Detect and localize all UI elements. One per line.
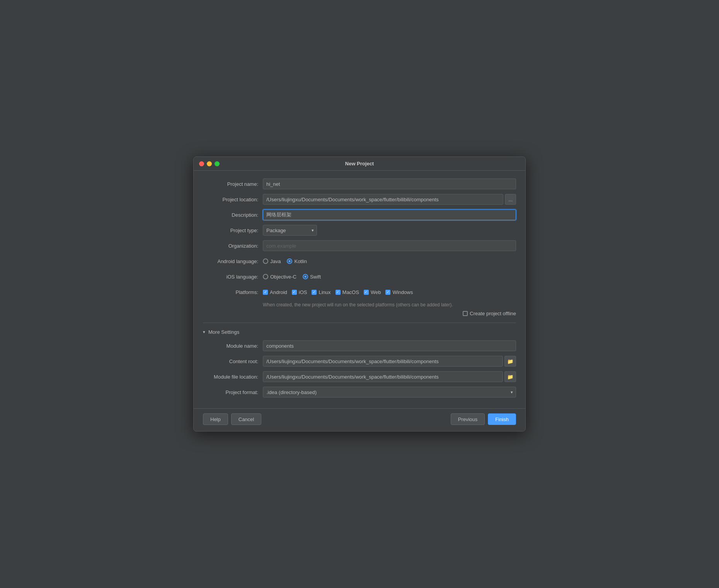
organization-input[interactable] [263,240,516,251]
project-location-label: Project location: [203,197,263,202]
organization-row: Organization: [203,240,516,251]
android-language-group: Java Kotlin [263,258,516,264]
maximize-button[interactable] [215,161,220,166]
help-button[interactable]: Help [203,413,228,425]
project-format-row: Project format: .idea (directory-based) … [203,387,516,398]
project-type-select[interactable]: Package Application Library [263,225,317,236]
ios-swift-label: Swift [310,274,321,280]
content-root-row: Content root: 📁 [203,356,516,367]
location-row: ... [263,194,516,205]
ios-language-label: iOS language: [203,274,263,280]
module-file-browse-button[interactable]: 📁 [504,371,516,382]
close-button[interactable] [199,161,204,166]
content-root-browse-button[interactable]: 📁 [504,356,516,367]
organization-label: Organization: [203,243,263,249]
platform-android-checkbox[interactable] [263,290,268,295]
platform-web-checkbox[interactable] [364,290,369,295]
module-name-label: Module name: [203,343,263,349]
module-name-row: Module name: [203,340,516,351]
previous-button[interactable]: Previous [451,413,485,425]
folder-icon-2: 📁 [507,374,513,380]
module-file-folder-row: 📁 [263,371,516,382]
description-input[interactable] [263,209,516,220]
project-format-select[interactable]: .idea (directory-based) .ipr (file-based… [263,387,516,398]
content-root-folder-row: 📁 [263,356,516,367]
minimize-button[interactable] [207,161,212,166]
project-name-row: Project name: [203,178,516,189]
more-settings-divider [203,323,516,323]
platform-android[interactable]: Android [263,289,287,295]
platform-macos[interactable]: MacOS [336,289,359,295]
ios-language-group: Objective-C Swift [263,274,516,280]
offline-row: Create project offline [203,311,516,316]
description-label: Description: [203,212,263,218]
new-project-dialog: New Project Project name: Project locati… [193,156,526,432]
module-file-label: Module file location: [203,374,263,380]
platform-web-label: Web [371,289,381,295]
ios-objc-radio[interactable] [263,274,268,279]
platforms-control: Android iOS Linux MacOS [263,289,516,295]
ios-swift-option[interactable]: Swift [303,274,321,280]
project-type-row: Project type: Package Application Librar… [203,225,516,236]
footer: Help Cancel Previous Finish [194,408,525,431]
platform-ios-checkbox[interactable] [292,290,297,295]
android-kotlin-radio[interactable] [287,258,292,264]
android-language-row: Android language: Java Kotlin [203,256,516,267]
cancel-button[interactable]: Cancel [231,413,261,425]
android-java-label: Java [270,258,281,264]
project-location-input[interactable] [263,194,503,205]
project-location-control: ... [263,194,516,205]
more-settings-label: More Settings [208,329,239,335]
project-format-select-wrap: .idea (directory-based) .ipr (file-based… [263,387,516,398]
content-root-input[interactable] [263,356,503,367]
footer-right: Previous Finish [451,413,516,425]
platform-windows[interactable]: Windows [385,289,413,295]
platform-windows-checkbox[interactable] [385,290,390,295]
description-row: Description: [203,209,516,220]
android-kotlin-option[interactable]: Kotlin [287,258,307,264]
platform-macos-label: MacOS [342,289,359,295]
platform-macos-checkbox[interactable] [336,290,341,295]
project-name-input[interactable] [263,178,516,189]
platform-android-label: Android [270,289,287,295]
module-name-input[interactable] [263,340,516,351]
platforms-hint: When created, the new project will run o… [263,302,516,308]
project-type-control: Package Application Library [263,225,516,236]
content-root-label: Content root: [203,359,263,364]
triangle-icon: ▾ [203,330,205,335]
ios-objc-option[interactable]: Objective-C [263,274,296,280]
ios-language-row: iOS language: Objective-C Swift [203,271,516,282]
footer-left: Help Cancel [203,413,261,425]
module-name-control [263,340,516,351]
dialog-title: New Project [345,161,374,167]
platforms-row: Platforms: Android iOS Linux [203,287,516,297]
android-kotlin-label: Kotlin [294,258,307,264]
platform-ios[interactable]: iOS [292,289,307,295]
platforms-label: Platforms: [203,289,263,295]
project-format-label: Project format: [203,389,263,395]
browse-button[interactable]: ... [505,194,516,205]
project-location-row: Project location: ... [203,194,516,205]
module-file-input[interactable] [263,371,503,382]
ios-objc-label: Objective-C [270,274,296,280]
ios-swift-radio[interactable] [303,274,308,279]
platform-web[interactable]: Web [364,289,381,295]
android-java-option[interactable]: Java [263,258,281,264]
platform-linux-checkbox[interactable] [312,290,317,295]
form-content: Project name: Project location: ... Desc… [194,171,525,408]
platform-ios-label: iOS [299,289,307,295]
android-java-radio[interactable] [263,258,268,264]
project-format-control: .idea (directory-based) .ipr (file-based… [263,387,516,398]
create-offline-checkbox[interactable] [463,311,468,316]
platforms-group: Android iOS Linux MacOS [263,289,516,295]
organization-control [263,240,516,251]
project-name-control [263,178,516,189]
platform-windows-label: Windows [392,289,413,295]
platform-linux[interactable]: Linux [312,289,331,295]
create-offline-option[interactable]: Create project offline [463,311,516,316]
android-language-label: Android language: [203,258,263,264]
finish-button[interactable]: Finish [488,413,516,425]
project-type-label: Project type: [203,228,263,233]
more-settings-header[interactable]: ▾ More Settings [203,329,516,335]
create-offline-label: Create project offline [470,311,516,316]
